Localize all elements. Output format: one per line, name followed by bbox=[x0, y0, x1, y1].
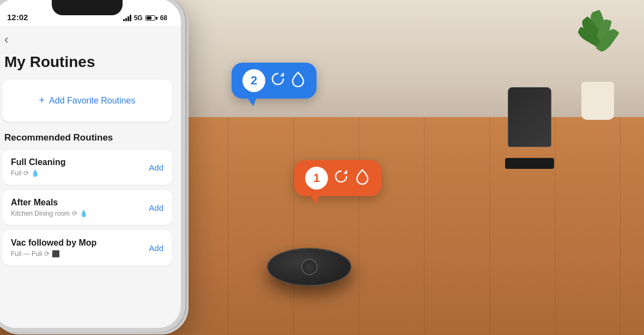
status-icons: 5G 68 bbox=[123, 14, 167, 22]
robot-button bbox=[301, 259, 318, 275]
bubble-orange: 1 bbox=[294, 160, 381, 196]
routine-name-full-cleaning: Full Cleaning bbox=[11, 157, 65, 167]
routine-card-full-cleaning: Full Cleaning Full ⟳ 💧 Add bbox=[2, 150, 172, 185]
routine-meta-full-cleaning: Full ⟳ 💧 bbox=[11, 169, 65, 177]
bubble-blue: 2 bbox=[232, 63, 317, 99]
bubble-orange-vacuum-icon bbox=[332, 168, 350, 189]
bubble-blue-vacuum-icon bbox=[270, 71, 286, 91]
page-title: My Routines bbox=[0, 51, 181, 80]
recommended-section-title: Recommended Routines bbox=[0, 132, 181, 150]
add-favorite-label: Add Favorite Routines bbox=[49, 96, 135, 106]
routine-meta-after-meals: Kitchen Dining room ⟳ 💧 bbox=[11, 210, 88, 217]
floor-lines bbox=[163, 117, 644, 335]
phone-notch bbox=[52, 0, 123, 15]
add-button-after-meals[interactable]: Add bbox=[149, 203, 163, 212]
routine-meta-vac-mop: Full — Full ⟳ ⬛ bbox=[11, 250, 96, 258]
base-tray bbox=[505, 158, 554, 169]
status-time: 12:02 bbox=[7, 13, 28, 22]
routine-info-full-cleaning: Full Cleaning Full ⟳ 💧 bbox=[11, 157, 65, 177]
phone-content: ‹ My Routines + Add Favorite Routines Re… bbox=[0, 26, 181, 328]
routine-card-vac-mop: Vac followed by Mop Full — Full ⟳ ⬛ Add bbox=[2, 230, 172, 265]
robot-body bbox=[267, 248, 351, 286]
add-icon: + bbox=[39, 95, 45, 106]
plant-pot bbox=[581, 82, 614, 120]
network-type-label: 5G bbox=[134, 14, 143, 22]
bubble-orange-number: 1 bbox=[305, 167, 328, 190]
signal-bars-icon bbox=[123, 15, 131, 21]
routine-info-after-meals: After Meals Kitchen Dining room ⟳ 💧 bbox=[11, 198, 88, 217]
phone-container: 12:02 5G 68 ‹ bbox=[0, 0, 199, 335]
base-station bbox=[508, 87, 557, 158]
bubble-blue-number: 2 bbox=[242, 69, 265, 92]
add-button-full-cleaning[interactable]: Add bbox=[149, 163, 163, 172]
nav-bar: ‹ bbox=[0, 26, 181, 51]
plant-leaves bbox=[576, 11, 619, 87]
routine-info-vac-mop: Vac followed by Mop Full — Full ⟳ ⬛ bbox=[11, 238, 96, 258]
add-button-vac-mop[interactable]: Add bbox=[149, 243, 163, 253]
phone-frame: 12:02 5G 68 ‹ bbox=[0, 0, 185, 332]
routine-name-vac-mop: Vac followed by Mop bbox=[11, 238, 96, 248]
robot-vacuum bbox=[267, 248, 354, 291]
bubble-orange-water-icon bbox=[354, 168, 370, 189]
battery-percent: 68 bbox=[160, 14, 167, 22]
routine-card-after-meals: After Meals Kitchen Dining room ⟳ 💧 Add bbox=[2, 190, 172, 225]
base-body bbox=[508, 87, 551, 147]
plant bbox=[573, 11, 622, 120]
bubble-blue-water-icon bbox=[290, 71, 306, 91]
battery-icon bbox=[145, 15, 157, 21]
back-button[interactable]: ‹ bbox=[4, 33, 8, 46]
routine-name-after-meals: After Meals bbox=[11, 198, 88, 208]
add-favorite-card[interactable]: + Add Favorite Routines bbox=[2, 80, 172, 121]
